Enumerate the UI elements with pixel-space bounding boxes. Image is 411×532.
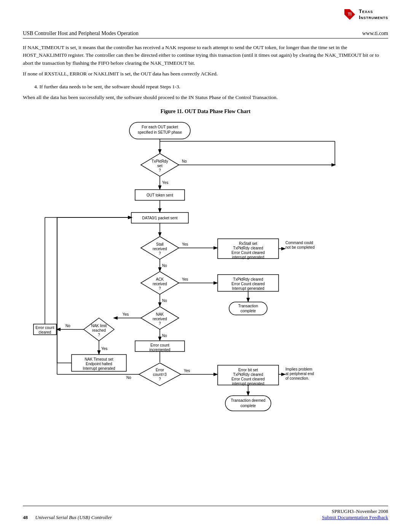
paragraph2: If none of RXSTALL, ERROR or NAKLIMIT is…: [23, 70, 388, 78]
svg-text:Error count: Error count: [35, 326, 54, 330]
svg-text:NAK: NAK: [156, 312, 164, 316]
svg-text:set: set: [157, 164, 162, 168]
feedback-link[interactable]: Submit Documentation Feedback: [322, 514, 388, 520]
svg-text:Yes: Yes: [184, 369, 190, 373]
ti-logo-area: TI Texas Instruments: [343, 8, 388, 21]
svg-text:?: ?: [159, 251, 161, 256]
svg-text:?: ?: [159, 168, 161, 173]
svg-text:received: received: [153, 247, 167, 251]
svg-text:For each OUT packet: For each OUT packet: [142, 125, 178, 129]
svg-text:DATA0/1 packet sent: DATA0/1 packet sent: [142, 216, 177, 220]
svg-text:Yes: Yes: [182, 242, 188, 246]
svg-text:No: No: [162, 299, 167, 303]
svg-text:Yes: Yes: [182, 277, 188, 281]
flowchart-container: For each OUT packet specified in SETUP p…: [23, 118, 388, 415]
svg-text:Command could: Command could: [285, 241, 313, 245]
svg-text:complete: complete: [241, 404, 256, 408]
svg-text:ACK: ACK: [156, 277, 164, 281]
svg-text:Error Count cleared: Error Count cleared: [231, 251, 264, 255]
svg-text:TxPktRdy cleared: TxPktRdy cleared: [233, 372, 263, 377]
svg-text:Error Count cleared: Error Count cleared: [231, 377, 264, 381]
svg-text:cleared: cleared: [39, 330, 51, 334]
svg-text:?: ?: [98, 333, 100, 337]
svg-text:TI: TI: [348, 12, 352, 16]
doc-name: Universal Serial Bus (USB) Controller: [35, 514, 112, 520]
page-header: USB Controller Host and Peripheral Modes…: [23, 30, 388, 38]
item4: 4. If further data needs to be sent, the…: [34, 83, 388, 91]
svg-text:?: ?: [159, 321, 161, 326]
svg-text:interrupt generated: interrupt generated: [232, 255, 264, 259]
svg-text:Yes: Yes: [123, 312, 129, 316]
svg-text:received: received: [153, 282, 167, 286]
svg-text:No: No: [65, 324, 70, 328]
svg-text:Error count: Error count: [150, 343, 169, 347]
svg-text:No: No: [162, 334, 167, 338]
page: TI Texas Instruments USB Controller Host…: [0, 0, 411, 532]
svg-rect-100: [225, 396, 271, 411]
svg-text:?: ?: [159, 377, 161, 381]
svg-text:No: No: [162, 264, 167, 268]
svg-text:No: No: [126, 375, 131, 380]
svg-text:complete: complete: [241, 309, 256, 313]
svg-text:of connection.: of connection.: [285, 376, 309, 380]
svg-text:TxPktRdy cleared: TxPktRdy cleared: [233, 277, 263, 281]
header-left: USB Controller Host and Peripheral Modes…: [23, 30, 139, 37]
svg-text:Error: Error: [156, 368, 164, 372]
svg-text:specified in SETUP phase: specified in SETUP phase: [138, 130, 182, 134]
figure-title: Figure 11. OUT Data Phase Flow Chart: [23, 109, 388, 115]
svg-text:Transaction: Transaction: [238, 304, 258, 308]
paragraph3: When all the data has been successfully …: [23, 94, 388, 101]
svg-text:not be completed: not be completed: [285, 245, 315, 249]
svg-text:Yes: Yes: [162, 181, 168, 185]
svg-text:at peripheral end: at peripheral end: [285, 372, 314, 376]
svg-text:RxStall set: RxStall set: [239, 241, 257, 246]
svg-text:Yes: Yes: [101, 347, 107, 351]
svg-text:TxPktRdy: TxPktRdy: [151, 159, 168, 163]
svg-text:reached: reached: [92, 328, 106, 332]
svg-text:NAK limit: NAK limit: [91, 324, 107, 328]
page-number: 48: [23, 514, 28, 520]
svg-text:count=3: count=3: [153, 372, 167, 377]
svg-text:OUT token sent: OUT token sent: [147, 193, 173, 197]
header-right: www.ti.com: [362, 30, 388, 37]
svg-text:TxPktRdy cleared: TxPktRdy cleared: [233, 246, 263, 250]
svg-text:?: ?: [159, 286, 161, 291]
svg-text:Transaction deemed: Transaction deemed: [231, 398, 266, 403]
page-footer: 48 Universal Serial Bus (USB) Controller…: [23, 506, 388, 521]
svg-text:No: No: [182, 159, 187, 163]
svg-text:NAK Timeout set: NAK Timeout set: [84, 357, 113, 361]
paragraph1: If NAK_TIMEOUT is set, it means that the…: [23, 44, 388, 67]
svg-text:Endpoint halted: Endpoint halted: [86, 362, 112, 366]
svg-text:Implies problem: Implies problem: [285, 367, 312, 371]
footer-left: 48 Universal Serial Bus (USB) Controller: [23, 514, 112, 521]
svg-text:Interrupt generated: Interrupt generated: [83, 366, 115, 371]
svg-text:Error bit set: Error bit set: [238, 368, 258, 372]
svg-text:Stall: Stall: [156, 242, 163, 246]
flowchart-svg: For each OUT packet specified in SETUP p…: [23, 118, 388, 415]
doc-id: SPRUGH3–November 2008: [322, 508, 388, 514]
footer-right: SPRUGH3–November 2008 Submit Documentati…: [322, 508, 388, 521]
svg-text:incremented: incremented: [149, 348, 170, 352]
svg-text:Error Count cleared: Error Count cleared: [231, 282, 264, 286]
svg-text:Interrupt generated: Interrupt generated: [232, 286, 264, 291]
svg-text:received: received: [153, 317, 167, 321]
body-text: If NAK_TIMEOUT is set, it means that the…: [23, 44, 388, 78]
